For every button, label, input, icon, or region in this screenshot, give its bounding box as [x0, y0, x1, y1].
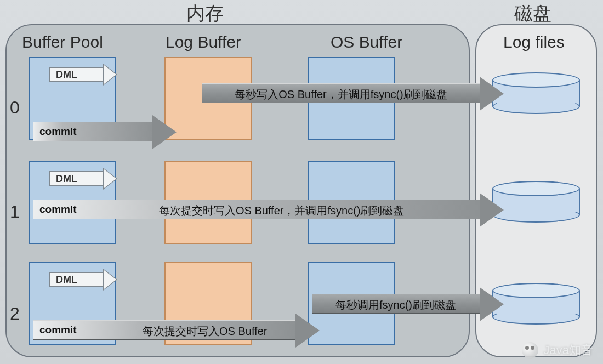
title-memory: 内存 — [186, 1, 224, 26]
log-file-disk-2 — [492, 283, 580, 325]
row-label-0: 0 — [10, 98, 20, 118]
title-disk: 磁盘 — [514, 1, 551, 26]
dml-arrow-0: DML — [49, 65, 122, 84]
commit-arrow-1: commit 每次提交时写入OS Buffer，并调用fsync()刷到磁盘 — [33, 200, 480, 219]
log-file-disk-1 — [492, 181, 580, 223]
row-label-1: 1 — [10, 202, 20, 222]
watermark: Java知音 — [522, 342, 593, 359]
dml-label-0: DML — [56, 69, 77, 81]
col-log-buffer: Log Buffer — [166, 33, 241, 52]
commit-arrow-2: commit 每次提交时写入OS Buffer — [33, 320, 295, 340]
fsync-arrow-2: 每秒调用fsync()刷到磁盘 — [312, 294, 480, 314]
arrow-text-0: 每秒写入OS Buffer，并调用fsync()刷到磁盘 — [202, 87, 480, 102]
arrow-logbuf-to-disk-0: 每秒写入OS Buffer，并调用fsync()刷到磁盘 — [202, 83, 480, 103]
dml-arrow-2: DML — [49, 270, 122, 289]
arrow-text-1: 每次提交时写入OS Buffer，并调用fsync()刷到磁盘 — [159, 203, 480, 218]
fsync-text-2: 每秒调用fsync()刷到磁盘 — [312, 298, 480, 312]
row-label-2: 2 — [10, 304, 20, 324]
watermark-text: Java知音 — [544, 342, 593, 359]
dml-label-1: DML — [56, 173, 77, 185]
commit-arrow-0: commit — [33, 122, 152, 141]
dml-arrow-1: DML — [49, 169, 122, 189]
commit-text-2: 每次提交时写入OS Buffer — [143, 324, 295, 339]
commit-label-2: commit — [39, 324, 100, 336]
wechat-icon — [522, 342, 538, 359]
col-buffer-pool: Buffer Pool — [22, 33, 103, 52]
commit-label-1: commit — [39, 203, 100, 215]
log-file-disk-0 — [492, 72, 580, 114]
dml-label-2: DML — [56, 274, 77, 286]
commit-label-0: commit — [39, 126, 152, 138]
col-log-files: Log files — [503, 33, 565, 52]
col-os-buffer: OS Buffer — [331, 33, 402, 52]
